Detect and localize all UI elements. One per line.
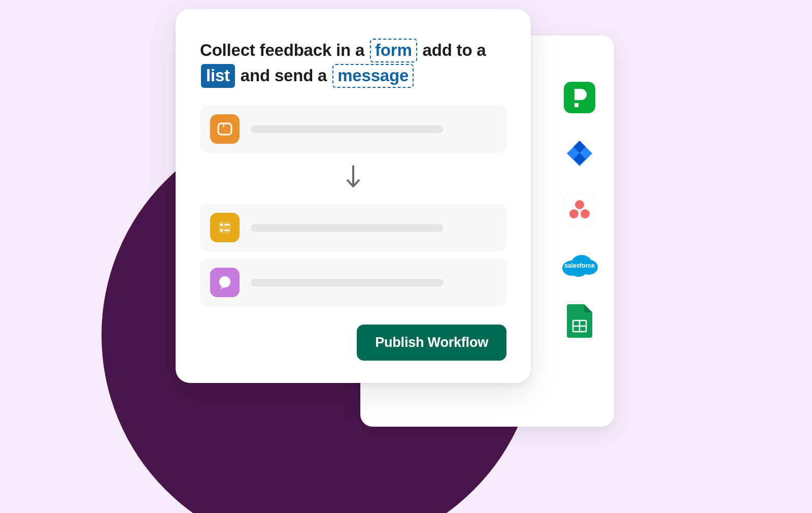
step-placeholder-line (251, 224, 444, 232)
svg-rect-19 (219, 221, 231, 234)
token-list[interactable]: list (201, 64, 235, 88)
stage: salesforce Collect feedback in a form ad… (0, 0, 812, 513)
title-text-3: and send a (241, 66, 327, 85)
workflow-step-form[interactable]: T (200, 105, 506, 153)
salesforce-icon: salesforce (559, 251, 600, 281)
svg-point-24 (219, 276, 230, 287)
token-form[interactable]: form (370, 39, 417, 62)
jira-icon (564, 138, 595, 171)
workflow-steps: T (200, 105, 506, 306)
workflow-step-message[interactable] (200, 259, 506, 306)
title-text-2: add to a (423, 41, 486, 59)
arrow-down-icon (346, 165, 361, 191)
svg-text:T: T (222, 122, 226, 129)
google-sheets-icon (567, 304, 592, 340)
integration-pagerduty[interactable] (562, 81, 597, 116)
token-message[interactable]: message (332, 64, 414, 88)
svg-point-6 (569, 209, 579, 218)
step-placeholder-line (251, 279, 444, 286)
integration-salesforce[interactable]: salesforce (562, 249, 597, 283)
step-placeholder-line (251, 125, 444, 133)
workflow-step-list[interactable] (200, 204, 506, 251)
asana-icon (564, 194, 595, 227)
svg-rect-20 (220, 223, 223, 226)
workflow-card: Collect feedback in a form add to a list… (176, 9, 531, 383)
svg-point-7 (581, 209, 590, 218)
pagerduty-icon (564, 82, 595, 115)
integration-google-sheets[interactable] (562, 305, 597, 339)
svg-rect-22 (224, 224, 230, 226)
svg-point-5 (575, 200, 584, 209)
card-actions: Publish Workflow (200, 325, 506, 361)
svg-rect-21 (220, 229, 223, 232)
integration-jira[interactable] (562, 137, 597, 172)
svg-rect-23 (224, 230, 230, 231)
text-form-icon: T (210, 114, 240, 144)
checklist-icon (210, 213, 240, 242)
publish-workflow-button[interactable]: Publish Workflow (357, 325, 506, 361)
title-text-1: Collect feedback in a (200, 41, 364, 59)
workflow-title: Collect feedback in a form add to a list… (200, 38, 506, 88)
svg-text:salesforce: salesforce (564, 262, 595, 269)
flow-arrow (200, 160, 506, 197)
integration-asana[interactable] (562, 193, 597, 228)
chat-bubble-icon (210, 268, 240, 297)
